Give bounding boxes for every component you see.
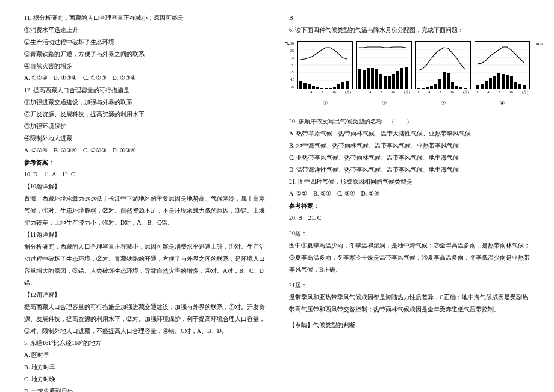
svg-rect-27 (379, 74, 382, 89)
chart-3: 1 4 7 10 (月) (416, 41, 471, 89)
q11-choices: A. ①②④ B. ①③④ C. ①②③ D. ②③④ (24, 72, 265, 84)
q20-a: A. 热带草原气候、热带雨林气候、温带大陆性气候、亚热带季风气候 (289, 128, 530, 140)
q20-c: C. 亚热带季风气候、热带雨林气候、温带季风气候、地中海气候 (289, 152, 530, 164)
chart-4-num: ④ (475, 98, 530, 108)
exp20-heading: 20题： (289, 228, 530, 240)
svg-rect-57 (481, 84, 484, 89)
exp12-heading: 【12题详解】 (24, 289, 265, 301)
q11-opt4: ④自然灾害的增多 (24, 60, 265, 72)
q12-opt3: ③加强环境保护 (24, 120, 265, 132)
svg-rect-43 (434, 84, 437, 89)
svg-rect-63 (506, 75, 509, 89)
svg-rect-46 (447, 73, 450, 89)
svg-rect-23 (363, 70, 366, 89)
right-column: B 6. 读下面四种气候类型的气温与降水月份分配图，完成下面问题： ℃ 30 2… (289, 12, 530, 392)
exp10-heading: 【10题详解】 (24, 181, 265, 193)
svg-rect-32 (400, 68, 403, 89)
point-heading: 【点睛】气候类型的判断 (289, 319, 530, 331)
svg-rect-58 (485, 81, 488, 89)
exp11-heading: 【11题详解】 (24, 229, 265, 241)
svg-rect-29 (388, 76, 391, 89)
svg-rect-28 (384, 76, 387, 89)
svg-rect-31 (396, 71, 399, 89)
svg-rect-25 (371, 68, 374, 89)
svg-rect-15 (341, 82, 344, 89)
svg-rect-66 (518, 84, 521, 89)
svg-rect-5 (299, 81, 302, 89)
q20-d: D. 温带海洋性气候、热带季风气候、温带季风气候、地中海气候 (289, 164, 530, 176)
exp20-body: 图中①夏季高温少雨，冬季温和湿润，是地中海气候；②全年高温多雨，是热带雨林气候；… (289, 240, 530, 276)
q11-opt1: ①消费水平迅速上升 (24, 24, 265, 36)
q11-stem: 11. 据分析研究，西藏的人口合理容量正在减小，原因可能是 (24, 12, 265, 24)
svg-rect-59 (489, 78, 492, 89)
q5-d: D. 一定先看到日出 (24, 385, 265, 392)
svg-rect-60 (493, 76, 496, 89)
q5-a: A. 区时早 (24, 349, 265, 361)
exp21-body: 温带季风和亚热带季风气候成因都是海陆热力性质差异，C正确；地中海气候成因是受副热… (289, 291, 530, 316)
svg-rect-22 (358, 69, 361, 89)
svg-rect-16 (346, 81, 349, 89)
exp21-heading: 21题： (289, 279, 530, 291)
answer-line: 10. D 11. A 12. C (24, 169, 265, 181)
svg-rect-61 (497, 73, 500, 89)
chart-4: mm (475, 41, 530, 89)
exp11-body: 据分析研究，西藏的人口合理容量正在减小，原因可能是消费水平迅速上升，①对。生产活… (24, 241, 265, 289)
temp-axis-ticks: 30 25 15 5 -5 -15 -25 (290, 42, 294, 89)
q11-opt2: ②生产活动过程中破坏了生态环境 (24, 36, 265, 48)
q11-opt3: ③青藏铁路的开通，方便了与外界之间的联系 (24, 48, 265, 60)
q20-stem: 20. 按顺序依次写出气候类型的名称 （ ） (289, 116, 530, 128)
q5-stem: 5. 东经161°比东经160°的地方 (24, 337, 265, 349)
chart-1: ℃ 30 25 15 5 -5 -15 -25 (297, 41, 353, 89)
q21-stem: 21. 图中四种气候，形成原因相同的气候类型是 (289, 176, 530, 188)
chart-2-num: ② (356, 98, 412, 108)
q5-c: C. 地方时晚 (24, 373, 265, 385)
svg-rect-26 (375, 69, 378, 89)
svg-rect-6 (303, 83, 307, 89)
precip-label: mm (536, 39, 543, 48)
chart-2-svg (357, 42, 411, 89)
svg-rect-45 (443, 72, 446, 89)
chart-3-num: ③ (416, 98, 471, 108)
svg-rect-62 (502, 74, 505, 89)
chart-4-svg (475, 42, 529, 89)
q20-b: B. 地中海气候、热带雨林气候、温带季风气候、亚热带季风气候 (289, 140, 530, 152)
q12-opt4: ④限制外地人进藏 (24, 132, 265, 145)
svg-rect-65 (514, 82, 517, 89)
q12-stem: 12. 提高西藏人口合理容量的可行措施是 (24, 84, 265, 96)
temp-label: ℃ (285, 39, 290, 48)
chart-2: 1 4 7 10 (月) (356, 41, 412, 89)
svg-rect-14 (337, 84, 340, 89)
svg-rect-47 (451, 82, 454, 89)
answer-b: B (289, 12, 530, 24)
svg-rect-44 (438, 79, 441, 89)
exp12-body: 提高西藏人口合理容量的可行措施是加强进藏交通建设，加强与外界的联系，①对。开发资… (24, 301, 265, 337)
q6-stem: 6. 读下面四种气候类型的气温与降水月份分配图，完成下面问题： (289, 24, 530, 36)
svg-rect-7 (308, 84, 311, 89)
answer-line-right: 20. B 21. C (289, 212, 530, 224)
chart-1-svg (298, 42, 352, 89)
q21-choices: A. ①② B. ②③ C. ③④ D. ②④ (289, 188, 530, 200)
climate-charts: ℃ 30 25 15 5 -5 -15 -25 (297, 41, 530, 108)
q12-opt2: ②开发资源、发展科技，提高资源的利用水平 (24, 108, 265, 120)
answer-label: 参考答案： (24, 157, 265, 169)
q5-b: B. 地方时早 (24, 361, 265, 373)
svg-rect-64 (510, 76, 513, 89)
chart-3-svg (416, 42, 470, 89)
answer-label-right: 参考答案： (289, 200, 530, 212)
left-column: 11. 据分析研究，西藏的人口合理容量正在减小，原因可能是 ①消费水平迅速上升 … (24, 12, 265, 392)
q12-opt1: ①加强进藏交通建设，加强与外界的联系 (24, 96, 265, 108)
exp10-body: 青海、西藏环境承载力远远低于长江中下游地区的主要原因是地势高、气候寒冷，属于高寒… (24, 193, 265, 229)
svg-rect-33 (405, 67, 408, 89)
svg-rect-30 (392, 74, 395, 89)
chart-1-num: ① (297, 98, 353, 108)
svg-rect-24 (367, 68, 370, 89)
q12-choices: A. ①②④ B. ②③④ C. ①②③ D. ①③④ (24, 145, 265, 157)
